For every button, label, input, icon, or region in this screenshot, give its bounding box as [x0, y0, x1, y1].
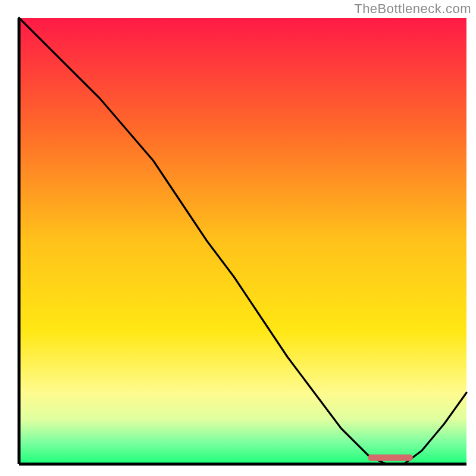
target-zone-marker — [368, 455, 413, 461]
watermark-text: TheBottleneck.com — [354, 1, 471, 17]
bottleneck-chart — [0, 0, 476, 476]
